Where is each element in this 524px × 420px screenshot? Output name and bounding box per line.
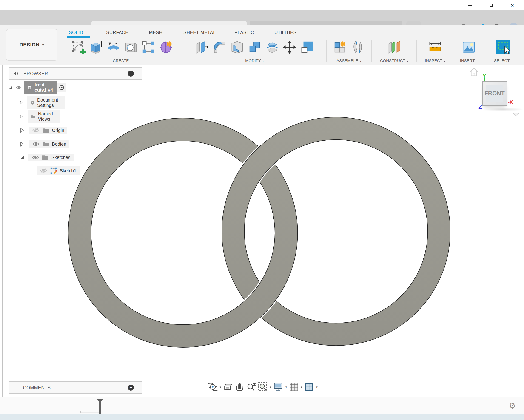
group-construct-label[interactable]: CONSTRUCT ▾ — [380, 57, 408, 64]
orbit-button[interactable] — [208, 382, 218, 392]
viewports-button[interactable] — [304, 382, 314, 392]
ribbon: DESIGN ▾ SOLID SURFACE MESH SHEET METAL … — [0, 25, 524, 65]
minimize-button[interactable] — [465, 2, 475, 9]
expand-open-icon[interactable] — [19, 155, 25, 160]
hole-button[interactable] — [124, 40, 138, 54]
fillet-button[interactable] — [213, 40, 227, 54]
pan-button[interactable] — [235, 382, 244, 392]
plus-icon: + — [129, 385, 132, 390]
browser-title: BROWSER — [23, 71, 48, 76]
press-pull-button[interactable] — [195, 40, 209, 54]
construct-plane-button[interactable] — [387, 40, 401, 54]
tree-row-root[interactable]: trest cutv1 v4 — [9, 82, 66, 93]
eye-visible-icon[interactable] — [32, 142, 40, 146]
orbit-caret[interactable]: ▾ — [220, 385, 221, 389]
root-item-label: trest cutv1 v4 — [35, 82, 53, 93]
workspace-label: DESIGN — [19, 42, 40, 48]
group-select-label[interactable]: SELECT ▾ — [494, 57, 513, 64]
browser-panel-header[interactable]: BROWSER – — [9, 67, 142, 80]
offset-face-button[interactable] — [300, 40, 314, 54]
tree-label: Origin — [52, 128, 64, 133]
status-strip — [0, 414, 524, 420]
chevron-down-icon: ▾ — [511, 60, 513, 62]
tree-row-origin[interactable]: Origin — [20, 125, 67, 136]
measure-button[interactable] — [428, 40, 442, 54]
tree-label: Bodies — [52, 142, 66, 147]
close-button[interactable]: × — [507, 2, 518, 9]
collapse-panel-icon[interactable] — [13, 71, 19, 76]
move-copy-button[interactable] — [282, 40, 297, 54]
add-comment-badge[interactable]: + — [128, 385, 134, 391]
select-button[interactable] — [496, 40, 511, 55]
pattern-button[interactable] — [141, 40, 156, 54]
fit-button[interactable] — [258, 382, 268, 392]
comments-title: COMMENTS — [23, 385, 51, 390]
expand-closed-icon[interactable] — [20, 100, 23, 105]
root-item[interactable]: trest cutv1 v4 — [24, 81, 57, 94]
panel-grip-icon[interactable] — [137, 71, 138, 76]
comments-panel-header[interactable]: COMMENTS + — [9, 381, 142, 394]
eye-visible-icon[interactable] — [32, 155, 39, 160]
combine-button[interactable] — [247, 40, 262, 54]
group-assemble-label[interactable]: ASSEMBLE ▾ — [336, 57, 361, 64]
grid-caret[interactable]: ▾ — [301, 385, 302, 389]
group-construct: CONSTRUCT ▾ — [373, 37, 416, 64]
eye-visible-icon[interactable] — [16, 85, 21, 90]
shell-button[interactable] — [230, 40, 244, 54]
eye-hidden-icon[interactable] — [32, 128, 40, 133]
tree-row-sketch1[interactable]: Sketch1 — [37, 165, 79, 176]
tab-surface[interactable]: SURFACE — [106, 28, 129, 37]
tab-plastic[interactable]: PLASTIC — [235, 28, 254, 37]
expand-open-icon[interactable] — [9, 85, 12, 90]
fit-caret[interactable]: ▾ — [270, 385, 271, 389]
zoom-button[interactable] — [246, 382, 256, 392]
gear-icon — [31, 100, 35, 106]
tab-mesh[interactable]: MESH — [149, 28, 163, 37]
tree-row-bodies[interactable]: Bodies — [20, 139, 69, 149]
look-at-button[interactable] — [223, 382, 233, 392]
timeline-position-marker[interactable] — [96, 398, 104, 414]
restore-button[interactable] — [486, 2, 497, 9]
home-view-button[interactable] — [469, 67, 479, 77]
folder-icon — [42, 155, 49, 160]
tree-row-document-settings[interactable]: Document Settings — [20, 97, 65, 108]
grid-snaps-button[interactable] — [289, 382, 299, 392]
viewports-caret[interactable]: ▾ — [316, 385, 318, 389]
tree-row-sketches[interactable]: Sketches — [19, 152, 74, 163]
browser-collapse-badge[interactable]: – — [128, 70, 134, 77]
group-modify-label[interactable]: MODIFY ▾ — [245, 57, 264, 64]
group-inspect-label[interactable]: INSPECT ▾ — [425, 57, 445, 64]
app-toolbar: ▾ ▾ ▾ trest cutv1 v4 × — [0, 10, 524, 25]
title-bar: × — [0, 0, 524, 10]
insert-image-button[interactable] — [462, 40, 476, 54]
tab-utilities[interactable]: UTILITIES — [274, 28, 297, 37]
viewcube[interactable]: FRONT — [482, 81, 507, 106]
divider — [326, 40, 327, 62]
timeline-settings-button[interactable]: ⚙ — [509, 401, 516, 410]
tab-solid[interactable]: SOLID — [69, 28, 83, 37]
interlocked-rings-model[interactable] — [0, 65, 524, 415]
expand-closed-icon[interactable] — [20, 141, 24, 147]
group-create-label[interactable]: CREATE ▾ — [113, 57, 132, 64]
extrude-button[interactable] — [89, 40, 103, 54]
joint-button[interactable] — [350, 40, 365, 54]
divider — [61, 28, 62, 62]
display-caret[interactable]: ▾ — [285, 385, 287, 389]
revolve-button[interactable] — [106, 40, 121, 54]
group-insert-label[interactable]: INSERT ▾ — [460, 57, 478, 64]
viewcube-menu-button[interactable] — [513, 112, 520, 117]
tree-row-named-views[interactable]: Named Views — [20, 111, 60, 122]
expand-closed-icon[interactable] — [20, 114, 23, 119]
new-component-button[interactable] — [333, 40, 347, 54]
viewcube-front-face[interactable]: FRONT — [486, 85, 503, 102]
split-body-button[interactable] — [265, 40, 279, 54]
form-button[interactable] — [159, 40, 173, 54]
create-sketch-button[interactable] — [71, 40, 86, 54]
workspace-selector[interactable]: DESIGN ▾ — [6, 29, 57, 61]
expand-closed-icon[interactable] — [20, 128, 24, 133]
tab-sheet-metal[interactable]: SHEET METAL — [183, 28, 216, 37]
activate-component-box[interactable] — [57, 83, 66, 92]
panel-grip-icon[interactable] — [137, 385, 138, 390]
eye-hidden-icon[interactable] — [40, 168, 47, 173]
display-settings-button[interactable] — [273, 382, 283, 392]
